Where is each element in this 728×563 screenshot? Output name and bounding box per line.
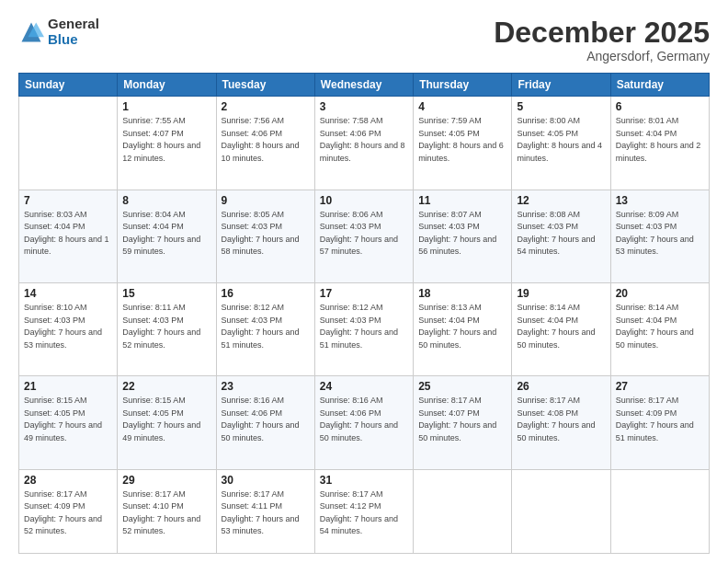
calendar-cell: 18Sunrise: 8:13 AMSunset: 4:04 PMDayligh… [414, 283, 512, 376]
day-number: 29 [122, 474, 210, 487]
calendar-week-row: 21Sunrise: 8:15 AMSunset: 4:05 PMDayligh… [19, 376, 710, 469]
calendar-cell: 4Sunrise: 7:59 AMSunset: 4:05 PMDaylight… [414, 97, 512, 190]
day-number: 12 [517, 194, 605, 207]
calendar-cell: 28Sunrise: 8:17 AMSunset: 4:09 PMDayligh… [19, 469, 118, 553]
day-detail: Sunrise: 8:10 AMSunset: 4:03 PMDaylight:… [24, 302, 112, 351]
day-number: 6 [616, 100, 704, 113]
calendar-cell: 15Sunrise: 8:11 AMSunset: 4:03 PMDayligh… [118, 283, 216, 376]
calendar-cell [414, 469, 512, 553]
calendar-week-row: 28Sunrise: 8:17 AMSunset: 4:09 PMDayligh… [19, 469, 710, 553]
logo-blue-label: Blue [48, 32, 99, 48]
day-number: 1 [122, 100, 210, 113]
day-detail: Sunrise: 8:05 AMSunset: 4:03 PMDaylight:… [222, 209, 310, 259]
calendar-cell: 1Sunrise: 7:55 AMSunset: 4:07 PMDaylight… [118, 97, 216, 190]
calendar-cell [19, 97, 118, 190]
day-detail: Sunrise: 8:14 AMSunset: 4:04 PMDaylight:… [517, 302, 605, 351]
day-number: 13 [616, 194, 704, 207]
day-number: 5 [517, 100, 605, 113]
calendar-cell: 21Sunrise: 8:15 AMSunset: 4:05 PMDayligh… [19, 376, 118, 469]
day-detail: Sunrise: 8:03 AMSunset: 4:04 PMDaylight:… [24, 209, 112, 259]
day-detail: Sunrise: 8:11 AMSunset: 4:03 PMDaylight:… [122, 302, 210, 351]
title-block: December 2025 Angersdorf, Germany [494, 17, 710, 63]
day-number: 8 [122, 194, 210, 207]
day-detail: Sunrise: 8:17 AMSunset: 4:07 PMDaylight:… [418, 395, 506, 444]
calendar-cell [512, 469, 610, 553]
calendar-header-row: SundayMondayTuesdayWednesdayThursdayFrid… [19, 74, 710, 97]
day-detail: Sunrise: 8:09 AMSunset: 4:03 PMDaylight:… [616, 209, 704, 259]
weekday-header: Saturday [610, 74, 709, 97]
weekday-header: Thursday [414, 74, 512, 97]
day-detail: Sunrise: 8:12 AMSunset: 4:03 PMDaylight:… [222, 302, 310, 351]
day-number: 10 [320, 194, 408, 207]
calendar-cell [610, 469, 709, 553]
day-detail: Sunrise: 8:15 AMSunset: 4:05 PMDaylight:… [122, 395, 210, 444]
calendar-cell: 14Sunrise: 8:10 AMSunset: 4:03 PMDayligh… [19, 283, 118, 376]
day-detail: Sunrise: 7:55 AMSunset: 4:07 PMDaylight:… [122, 115, 210, 165]
day-number: 27 [616, 380, 704, 393]
day-number: 17 [320, 287, 408, 300]
calendar-cell: 2Sunrise: 7:56 AMSunset: 4:06 PMDaylight… [216, 97, 314, 190]
day-number: 20 [616, 287, 704, 300]
day-number: 19 [517, 287, 605, 300]
day-detail: Sunrise: 8:17 AMSunset: 4:09 PMDaylight:… [24, 488, 112, 538]
day-detail: Sunrise: 8:17 AMSunset: 4:10 PMDaylight:… [122, 488, 210, 538]
header: General Blue December 2025 Angersdorf, G… [18, 17, 710, 63]
day-number: 14 [24, 287, 112, 300]
calendar-cell: 20Sunrise: 8:14 AMSunset: 4:04 PMDayligh… [610, 283, 709, 376]
day-detail: Sunrise: 7:59 AMSunset: 4:05 PMDaylight:… [418, 115, 506, 165]
location: Angersdorf, Germany [494, 49, 710, 63]
calendar-cell: 29Sunrise: 8:17 AMSunset: 4:10 PMDayligh… [118, 469, 216, 553]
calendar-week-row: 1Sunrise: 7:55 AMSunset: 4:07 PMDaylight… [19, 97, 710, 190]
calendar-week-row: 7Sunrise: 8:03 AMSunset: 4:04 PMDaylight… [19, 190, 710, 282]
day-detail: Sunrise: 8:04 AMSunset: 4:04 PMDaylight:… [122, 209, 210, 259]
day-number: 15 [122, 287, 210, 300]
day-number: 16 [222, 287, 310, 300]
day-detail: Sunrise: 8:17 AMSunset: 4:08 PMDaylight:… [517, 395, 605, 444]
calendar-cell: 19Sunrise: 8:14 AMSunset: 4:04 PMDayligh… [512, 283, 610, 376]
calendar-cell: 24Sunrise: 8:16 AMSunset: 4:06 PMDayligh… [314, 376, 413, 469]
day-number: 28 [24, 474, 112, 487]
calendar-cell: 17Sunrise: 8:12 AMSunset: 4:03 PMDayligh… [314, 283, 413, 376]
month-title: December 2025 [494, 17, 710, 49]
calendar-cell: 30Sunrise: 8:17 AMSunset: 4:11 PMDayligh… [216, 469, 314, 553]
day-detail: Sunrise: 7:58 AMSunset: 4:06 PMDaylight:… [320, 115, 408, 165]
day-number: 2 [222, 100, 310, 113]
page: General Blue December 2025 Angersdorf, G… [0, 0, 728, 563]
day-detail: Sunrise: 8:15 AMSunset: 4:05 PMDaylight:… [24, 395, 112, 444]
day-detail: Sunrise: 8:17 AMSunset: 4:11 PMDaylight:… [222, 488, 310, 538]
calendar-cell: 12Sunrise: 8:08 AMSunset: 4:03 PMDayligh… [512, 190, 610, 282]
logo-icon [18, 19, 44, 45]
calendar-cell: 16Sunrise: 8:12 AMSunset: 4:03 PMDayligh… [216, 283, 314, 376]
calendar-cell: 26Sunrise: 8:17 AMSunset: 4:08 PMDayligh… [512, 376, 610, 469]
calendar-cell: 5Sunrise: 8:00 AMSunset: 4:05 PMDaylight… [512, 97, 610, 190]
day-detail: Sunrise: 8:13 AMSunset: 4:04 PMDaylight:… [418, 302, 506, 351]
day-detail: Sunrise: 8:12 AMSunset: 4:03 PMDaylight:… [320, 302, 408, 351]
day-number: 7 [24, 194, 112, 207]
day-number: 3 [320, 100, 408, 113]
day-number: 21 [24, 380, 112, 393]
calendar-cell: 9Sunrise: 8:05 AMSunset: 4:03 PMDaylight… [216, 190, 314, 282]
day-number: 11 [418, 194, 506, 207]
calendar-cell: 23Sunrise: 8:16 AMSunset: 4:06 PMDayligh… [216, 376, 314, 469]
weekday-header: Tuesday [216, 74, 314, 97]
day-number: 30 [222, 474, 310, 487]
day-detail: Sunrise: 8:17 AMSunset: 4:09 PMDaylight:… [616, 395, 704, 444]
day-detail: Sunrise: 8:16 AMSunset: 4:06 PMDaylight:… [222, 395, 310, 444]
day-detail: Sunrise: 8:07 AMSunset: 4:03 PMDaylight:… [418, 209, 506, 259]
day-detail: Sunrise: 8:00 AMSunset: 4:05 PMDaylight:… [517, 115, 605, 165]
day-detail: Sunrise: 8:16 AMSunset: 4:06 PMDaylight:… [320, 395, 408, 444]
day-number: 26 [517, 380, 605, 393]
calendar-cell: 8Sunrise: 8:04 AMSunset: 4:04 PMDaylight… [118, 190, 216, 282]
day-number: 31 [320, 474, 408, 487]
day-detail: Sunrise: 8:08 AMSunset: 4:03 PMDaylight:… [517, 209, 605, 259]
day-detail: Sunrise: 8:06 AMSunset: 4:03 PMDaylight:… [320, 209, 408, 259]
calendar-cell: 10Sunrise: 8:06 AMSunset: 4:03 PMDayligh… [314, 190, 413, 282]
day-detail: Sunrise: 8:14 AMSunset: 4:04 PMDaylight:… [616, 302, 704, 351]
day-number: 25 [418, 380, 506, 393]
calendar-cell: 27Sunrise: 8:17 AMSunset: 4:09 PMDayligh… [610, 376, 709, 469]
day-detail: Sunrise: 8:17 AMSunset: 4:12 PMDaylight:… [320, 488, 408, 538]
calendar-cell: 25Sunrise: 8:17 AMSunset: 4:07 PMDayligh… [414, 376, 512, 469]
calendar-cell: 6Sunrise: 8:01 AMSunset: 4:04 PMDaylight… [610, 97, 709, 190]
calendar-cell: 22Sunrise: 8:15 AMSunset: 4:05 PMDayligh… [118, 376, 216, 469]
logo-text: General Blue [48, 17, 99, 47]
